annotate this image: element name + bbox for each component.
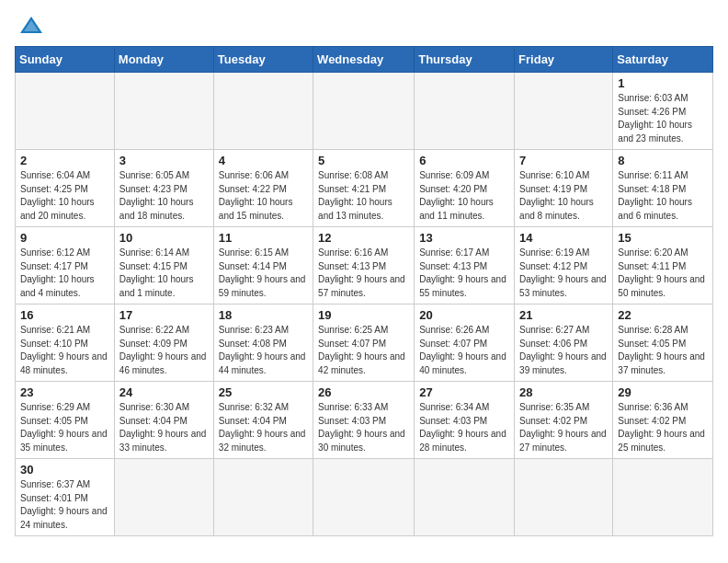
day-info: Sunrise: 6:11 AM Sunset: 4:18 PM Dayligh… (618, 169, 708, 223)
calendar-cell: 15Sunrise: 6:20 AM Sunset: 4:11 PM Dayli… (613, 227, 713, 304)
day-info: Sunrise: 6:28 AM Sunset: 4:05 PM Dayligh… (618, 324, 708, 377)
day-number: 14 (519, 231, 608, 245)
day-info: Sunrise: 6:17 AM Sunset: 4:13 PM Dayligh… (419, 247, 509, 300)
day-info: Sunrise: 6:27 AM Sunset: 4:06 PM Dayligh… (519, 324, 608, 377)
calendar-cell: 19Sunrise: 6:25 AM Sunset: 4:07 PM Dayli… (313, 304, 415, 382)
day-info: Sunrise: 6:14 AM Sunset: 4:15 PM Dayligh… (119, 247, 209, 300)
calendar-cell: 5Sunrise: 6:08 AM Sunset: 4:21 PM Daylig… (313, 150, 415, 227)
day-info: Sunrise: 6:33 AM Sunset: 4:03 PM Dayligh… (318, 401, 409, 454)
day-number: 10 (119, 231, 209, 245)
day-info: Sunrise: 6:06 AM Sunset: 4:22 PM Dayligh… (219, 169, 308, 223)
day-info: Sunrise: 6:08 AM Sunset: 4:21 PM Dayligh… (318, 169, 409, 223)
day-number: 25 (219, 385, 308, 399)
day-number: 4 (219, 154, 308, 167)
calendar-week-row: 9Sunrise: 6:12 AM Sunset: 4:17 PM Daylig… (16, 227, 713, 304)
day-number: 15 (618, 231, 708, 245)
day-number: 6 (419, 154, 509, 167)
col-header-tuesday: Tuesday (213, 47, 313, 73)
day-number: 5 (318, 154, 409, 167)
day-number: 27 (419, 385, 509, 399)
page: SundayMondayTuesdayWednesdayThursdayFrid… (0, 0, 728, 551)
calendar-cell (213, 459, 313, 536)
calendar-cell (114, 459, 213, 536)
day-number: 30 (20, 463, 109, 477)
col-header-thursday: Thursday (415, 47, 515, 73)
day-info: Sunrise: 6:37 AM Sunset: 4:01 PM Dayligh… (20, 478, 109, 532)
day-number: 9 (20, 231, 109, 245)
day-info: Sunrise: 6:26 AM Sunset: 4:07 PM Dayligh… (419, 324, 509, 377)
calendar-table: SundayMondayTuesdayWednesdayThursdayFrid… (15, 46, 713, 536)
calendar-cell (515, 459, 613, 536)
day-info: Sunrise: 6:03 AM Sunset: 4:26 PM Dayligh… (618, 92, 708, 145)
logo-text (15, 15, 44, 35)
day-number: 1 (618, 76, 708, 90)
day-number: 23 (20, 385, 109, 399)
day-number: 26 (318, 385, 409, 399)
day-info: Sunrise: 6:15 AM Sunset: 4:14 PM Dayligh… (219, 247, 308, 300)
day-info: Sunrise: 6:30 AM Sunset: 4:04 PM Dayligh… (119, 401, 209, 454)
calendar-cell: 30Sunrise: 6:37 AM Sunset: 4:01 PM Dayli… (16, 459, 115, 536)
day-number: 16 (20, 308, 109, 322)
calendar-cell: 17Sunrise: 6:22 AM Sunset: 4:09 PM Dayli… (114, 304, 213, 382)
day-number: 28 (519, 385, 608, 399)
calendar-cell (313, 73, 415, 150)
calendar-cell: 10Sunrise: 6:14 AM Sunset: 4:15 PM Dayli… (114, 227, 213, 304)
logo-icon (18, 15, 44, 35)
day-info: Sunrise: 6:09 AM Sunset: 4:20 PM Dayligh… (419, 169, 509, 223)
day-info: Sunrise: 6:10 AM Sunset: 4:19 PM Dayligh… (519, 169, 608, 223)
calendar-week-row: 16Sunrise: 6:21 AM Sunset: 4:10 PM Dayli… (16, 304, 713, 382)
day-info: Sunrise: 6:19 AM Sunset: 4:12 PM Dayligh… (519, 247, 608, 300)
day-info: Sunrise: 6:04 AM Sunset: 4:25 PM Dayligh… (20, 169, 109, 223)
calendar-cell (415, 459, 515, 536)
day-info: Sunrise: 6:16 AM Sunset: 4:13 PM Dayligh… (318, 247, 409, 300)
col-header-sunday: Sunday (16, 47, 115, 73)
calendar-cell: 18Sunrise: 6:23 AM Sunset: 4:08 PM Dayli… (213, 304, 313, 382)
calendar-header-row: SundayMondayTuesdayWednesdayThursdayFrid… (16, 47, 713, 73)
day-number: 11 (219, 231, 308, 245)
calendar-cell: 26Sunrise: 6:33 AM Sunset: 4:03 PM Dayli… (313, 382, 415, 459)
day-number: 3 (119, 154, 209, 167)
calendar-week-row: 1Sunrise: 6:03 AM Sunset: 4:26 PM Daylig… (16, 73, 713, 150)
day-number: 29 (618, 385, 708, 399)
calendar-cell: 21Sunrise: 6:27 AM Sunset: 4:06 PM Dayli… (515, 304, 613, 382)
calendar-cell: 1Sunrise: 6:03 AM Sunset: 4:26 PM Daylig… (613, 73, 713, 150)
calendar-cell: 7Sunrise: 6:10 AM Sunset: 4:19 PM Daylig… (515, 150, 613, 227)
day-info: Sunrise: 6:12 AM Sunset: 4:17 PM Dayligh… (20, 247, 109, 300)
calendar-cell: 16Sunrise: 6:21 AM Sunset: 4:10 PM Dayli… (16, 304, 115, 382)
calendar-week-row: 23Sunrise: 6:29 AM Sunset: 4:05 PM Dayli… (16, 382, 713, 459)
day-info: Sunrise: 6:29 AM Sunset: 4:05 PM Dayligh… (20, 401, 109, 454)
day-number: 7 (519, 154, 608, 167)
calendar-week-row: 30Sunrise: 6:37 AM Sunset: 4:01 PM Dayli… (16, 459, 713, 536)
day-info: Sunrise: 6:34 AM Sunset: 4:03 PM Dayligh… (419, 401, 509, 454)
calendar-cell: 28Sunrise: 6:35 AM Sunset: 4:02 PM Dayli… (515, 382, 613, 459)
day-number: 21 (519, 308, 608, 322)
day-info: Sunrise: 6:20 AM Sunset: 4:11 PM Dayligh… (618, 247, 708, 300)
calendar-cell: 11Sunrise: 6:15 AM Sunset: 4:14 PM Dayli… (213, 227, 313, 304)
calendar-cell: 27Sunrise: 6:34 AM Sunset: 4:03 PM Dayli… (415, 382, 515, 459)
calendar-cell: 8Sunrise: 6:11 AM Sunset: 4:18 PM Daylig… (613, 150, 713, 227)
calendar-cell: 29Sunrise: 6:36 AM Sunset: 4:02 PM Dayli… (613, 382, 713, 459)
calendar-week-row: 2Sunrise: 6:04 AM Sunset: 4:25 PM Daylig… (16, 150, 713, 227)
day-number: 8 (618, 154, 708, 167)
calendar-cell: 25Sunrise: 6:32 AM Sunset: 4:04 PM Dayli… (213, 382, 313, 459)
calendar-cell (313, 459, 415, 536)
calendar-cell: 14Sunrise: 6:19 AM Sunset: 4:12 PM Dayli… (515, 227, 613, 304)
calendar-cell: 6Sunrise: 6:09 AM Sunset: 4:20 PM Daylig… (415, 150, 515, 227)
calendar-cell: 9Sunrise: 6:12 AM Sunset: 4:17 PM Daylig… (16, 227, 115, 304)
day-info: Sunrise: 6:21 AM Sunset: 4:10 PM Dayligh… (20, 324, 109, 377)
day-number: 24 (119, 385, 209, 399)
calendar-cell: 23Sunrise: 6:29 AM Sunset: 4:05 PM Dayli… (16, 382, 115, 459)
calendar-cell (515, 73, 613, 150)
logo (15, 15, 44, 35)
day-number: 18 (219, 308, 308, 322)
col-header-wednesday: Wednesday (313, 47, 415, 73)
day-number: 17 (119, 308, 209, 322)
day-number: 12 (318, 231, 409, 245)
calendar-cell: 24Sunrise: 6:30 AM Sunset: 4:04 PM Dayli… (114, 382, 213, 459)
day-number: 19 (318, 308, 409, 322)
calendar-cell: 13Sunrise: 6:17 AM Sunset: 4:13 PM Dayli… (415, 227, 515, 304)
header (15, 15, 713, 35)
col-header-saturday: Saturday (613, 47, 713, 73)
calendar-cell: 4Sunrise: 6:06 AM Sunset: 4:22 PM Daylig… (213, 150, 313, 227)
calendar-cell: 22Sunrise: 6:28 AM Sunset: 4:05 PM Dayli… (613, 304, 713, 382)
